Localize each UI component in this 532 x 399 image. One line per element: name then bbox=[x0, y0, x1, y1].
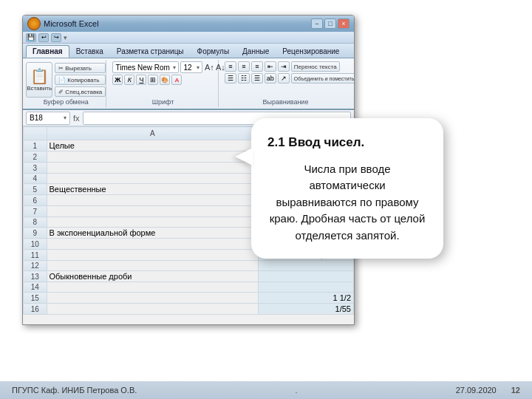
align-left[interactable]: ☰ bbox=[225, 73, 236, 83]
row-header: 16 bbox=[24, 304, 47, 315]
row-header: 11 bbox=[24, 250, 47, 261]
footer-bar: ПГУПС Каф. ИНИБ Петрова О.В. . 27.09.202… bbox=[0, 381, 532, 399]
name-box[interactable]: B18 ▾ bbox=[26, 112, 70, 125]
cut-button[interactable]: ✂ Вырезать bbox=[55, 63, 106, 73]
close-button[interactable]: × bbox=[338, 18, 349, 29]
align-top-right[interactable]: ≡ bbox=[251, 61, 263, 72]
table-row: 12 bbox=[24, 261, 354, 271]
qa-save-icon[interactable]: 💾 bbox=[26, 33, 36, 42]
row-header: 5 bbox=[24, 184, 47, 195]
align-top-center[interactable]: ≡ bbox=[238, 61, 250, 72]
cell-b[interactable]: 1/55 bbox=[259, 304, 354, 315]
col-header-a[interactable]: A bbox=[47, 127, 259, 140]
ribbon-group-font: Times New Rom ▾ 12 ▾ A↑ A↓ Ж bbox=[108, 60, 218, 107]
bold-button[interactable]: Ж bbox=[112, 75, 123, 85]
title-controls: − □ × bbox=[311, 18, 349, 29]
cell-a[interactable] bbox=[47, 151, 259, 163]
qa-undo-icon[interactable]: ↩ bbox=[38, 33, 49, 42]
indent-increase[interactable]: ⇥ bbox=[278, 61, 290, 72]
underline-button[interactable]: Ч bbox=[136, 75, 146, 85]
cell-a[interactable] bbox=[47, 163, 259, 174]
cell-b[interactable] bbox=[259, 282, 354, 293]
paste-button[interactable]: 📋 Вставить bbox=[26, 62, 52, 98]
quick-access-toolbar: 💾 ↩ ↪ ▾ bbox=[23, 32, 354, 44]
paste-icon: 📋 bbox=[30, 69, 49, 83]
cell-a[interactable] bbox=[47, 195, 259, 206]
tab-data[interactable]: Данные bbox=[236, 45, 276, 58]
cell-a[interactable] bbox=[47, 293, 259, 304]
cell-a[interactable]: Вещественные bbox=[47, 184, 259, 195]
align-top-left[interactable]: ≡ bbox=[225, 61, 236, 72]
row-header: 3 bbox=[24, 163, 47, 174]
paste-label: Вставить bbox=[27, 85, 52, 92]
row-header: 14 bbox=[24, 282, 47, 293]
font-content: Times New Rom ▾ 12 ▾ A↑ A↓ Ж bbox=[112, 61, 213, 98]
cell-a[interactable] bbox=[47, 282, 259, 293]
wrap-text-button[interactable]: Перенос текста bbox=[291, 61, 340, 72]
merge-cells-button[interactable]: Объединить и поместить в bbox=[291, 73, 354, 83]
ribbon-body: 📋 Вставить ✂ Вырезать 📄 Копировать ✐ Спе… bbox=[23, 58, 354, 110]
cell-a[interactable] bbox=[47, 304, 259, 315]
footer-author: ПГУПС Каф. ИНИБ Петрова О.В. bbox=[12, 386, 137, 395]
cell-a[interactable]: Целые bbox=[47, 140, 259, 151]
font-name-text: Times New Rom bbox=[115, 64, 170, 72]
tab-home[interactable]: Главная bbox=[26, 45, 69, 58]
align-right[interactable]: ☰ bbox=[251, 73, 263, 83]
cell-a[interactable] bbox=[47, 261, 259, 271]
footer-left: ПГУПС Каф. ИНИБ Петрова О.В. bbox=[12, 386, 137, 395]
table-row: 14 bbox=[24, 282, 354, 293]
align-row-top: ≡ ≡ ≡ ⇤ ⇥ Перенос текста bbox=[225, 61, 340, 72]
font-size-text: 12 bbox=[183, 64, 191, 72]
orient-btn[interactable]: ab bbox=[265, 73, 276, 83]
row-header: 10 bbox=[24, 239, 47, 250]
clipboard-small-btns: ✂ Вырезать 📄 Копировать ✐ Спец.вставка bbox=[55, 63, 106, 97]
footer-mid: . bbox=[295, 386, 297, 395]
tab-formulas[interactable]: Формулы bbox=[191, 45, 236, 58]
office-button[interactable] bbox=[27, 17, 41, 30]
cell-a[interactable] bbox=[47, 250, 259, 261]
footer-date: 27.09.2020 bbox=[456, 386, 497, 395]
fill-color-button[interactable]: 🎨 bbox=[160, 75, 170, 85]
cell-a[interactable]: В экспоненциальной форме bbox=[47, 228, 259, 239]
ribbon-tabs: Главная Вставка Разметка страницы Формул… bbox=[23, 44, 354, 58]
table-row: 161/55 bbox=[24, 304, 354, 315]
font-grow-button[interactable]: A↑ bbox=[204, 62, 214, 72]
cell-b[interactable]: 1 1/2 bbox=[259, 293, 354, 304]
footer-right-group: 27.09.2020 12 bbox=[456, 386, 520, 395]
cell-b[interactable] bbox=[259, 271, 354, 282]
cell-a[interactable]: Обыкновенные дроби bbox=[47, 271, 259, 282]
font-label: Шрифт bbox=[152, 98, 174, 106]
cell-a[interactable] bbox=[47, 174, 259, 184]
cell-a[interactable] bbox=[47, 239, 259, 250]
tab-insert[interactable]: Вставка bbox=[69, 45, 110, 58]
qa-dropdown-icon[interactable]: ▾ bbox=[64, 34, 67, 41]
paste-special-button[interactable]: ✐ Спец.вставка bbox=[55, 86, 106, 97]
clipboard-label: Буфер обмена bbox=[44, 98, 89, 106]
indent-decrease[interactable]: ⇤ bbox=[265, 61, 276, 72]
font-size-selector[interactable]: 12 ▾ bbox=[180, 61, 202, 73]
row-header: 2 bbox=[24, 151, 47, 163]
title-text: Microsoft Excel bbox=[44, 19, 99, 28]
cell-a[interactable] bbox=[47, 217, 259, 228]
cell-a[interactable] bbox=[47, 206, 259, 217]
qa-redo-icon[interactable]: ↪ bbox=[51, 33, 61, 42]
title-bar: Microsoft Excel − □ × bbox=[23, 16, 354, 32]
row-header: 13 bbox=[24, 271, 47, 282]
font-color-button[interactable]: A bbox=[171, 75, 182, 85]
orient-btn2[interactable]: ↗ bbox=[278, 73, 290, 83]
cell-b[interactable] bbox=[259, 261, 354, 271]
clipboard-content: 📋 Вставить ✂ Вырезать 📄 Копировать ✐ Спе… bbox=[26, 61, 106, 98]
tab-page-layout[interactable]: Разметка страницы bbox=[110, 45, 191, 58]
italic-button[interactable]: К bbox=[124, 75, 134, 85]
copy-button[interactable]: 📄 Копировать bbox=[55, 75, 106, 85]
align-center[interactable]: ☷ bbox=[238, 73, 250, 83]
font-name-selector[interactable]: Times New Rom ▾ bbox=[112, 61, 179, 73]
maximize-button[interactable]: □ bbox=[324, 18, 336, 29]
row-header: 8 bbox=[24, 217, 47, 228]
table-row: 13Обыкновенные дроби bbox=[24, 271, 354, 282]
minimize-button[interactable]: − bbox=[311, 18, 323, 29]
font-format-row: Ж К Ч ⊞ 🎨 A bbox=[112, 75, 182, 85]
border-button[interactable]: ⊞ bbox=[148, 75, 158, 85]
ribbon-group-clipboard: 📋 Вставить ✂ Вырезать 📄 Копировать ✐ Спе… bbox=[26, 60, 106, 107]
tab-review[interactable]: Рецензирование bbox=[276, 45, 346, 58]
